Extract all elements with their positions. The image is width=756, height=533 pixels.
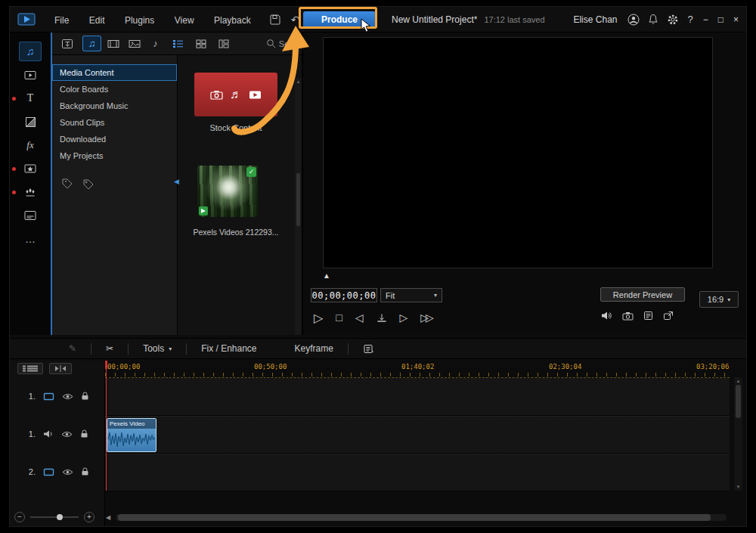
volume-speaker-icon[interactable]: [601, 311, 612, 321]
tag-icon[interactable]: [82, 178, 94, 190]
category-my-projects[interactable]: My Projects: [52, 147, 177, 164]
aspect-ratio-dropdown[interactable]: 16:9 ▾: [699, 291, 739, 308]
maximize-button[interactable]: □: [718, 14, 723, 25]
category-color-boards[interactable]: Color Boards: [52, 81, 177, 98]
undock-window-icon[interactable]: [663, 311, 674, 321]
render-preview-button[interactable]: Render Preview: [600, 287, 685, 302]
overlay-room-button[interactable]: [19, 159, 42, 178]
track-manager-button[interactable]: [17, 363, 43, 374]
subtitle-room-button[interactable]: [19, 206, 42, 225]
pip-object-icon: [24, 163, 36, 174]
effect-room-button[interactable]: fx: [19, 135, 42, 155]
scroll-up-icon[interactable]: ▲: [736, 379, 741, 383]
next-frame-button[interactable]: ▷: [400, 311, 408, 324]
notifications-bell-icon[interactable]: [648, 14, 658, 25]
track-manager-icon: [23, 365, 38, 372]
scrollbar-thumb[interactable]: [296, 173, 300, 226]
track-header-column: 1. 1. 2.: [10, 361, 105, 526]
menu-view[interactable]: View: [166, 15, 203, 26]
add-tag-icon[interactable]: [61, 178, 74, 190]
preview-quality-icon[interactable]: [643, 311, 653, 321]
draw-tool-button[interactable]: ✎: [69, 343, 76, 354]
timecode-display[interactable]: 00;00;00;00: [311, 288, 377, 302]
playhead[interactable]: [106, 361, 107, 491]
help-icon[interactable]: ?: [687, 14, 692, 25]
scrollbar-thumb[interactable]: [118, 514, 711, 521]
lock-icon[interactable]: [81, 392, 89, 401]
clip-attributes-button[interactable]: [363, 344, 373, 354]
subtitle-icon: [24, 210, 36, 221]
zoom-slider[interactable]: [30, 516, 79, 518]
previous-frame-button[interactable]: ◁: [355, 311, 364, 324]
eye-icon[interactable]: [61, 431, 73, 438]
snapshot-camera-icon[interactable]: [622, 311, 634, 321]
fit-dropdown[interactable]: Fit ▾: [380, 288, 442, 302]
seek-bar[interactable]: ▲: [323, 271, 713, 282]
category-sound-clips[interactable]: Sound Clips: [52, 114, 177, 131]
timeline-toolbar: ✎ ✂ Tools ▾ Fix / Enhance Keyframe: [10, 338, 746, 359]
tools-dropdown[interactable]: Tools ▾: [143, 343, 172, 354]
track-2-video-lane[interactable]: [105, 454, 730, 491]
close-button[interactable]: ×: [733, 14, 739, 25]
lock-icon[interactable]: [81, 467, 89, 476]
notification-dot: [12, 191, 16, 194]
eye-icon[interactable]: [62, 393, 73, 400]
library-menu-button[interactable]: [169, 36, 187, 51]
scroll-down-icon[interactable]: ▼: [736, 485, 741, 489]
title-room-button[interactable]: T: [19, 88, 42, 108]
eye-icon[interactable]: [62, 469, 73, 476]
particle-room-button[interactable]: [19, 182, 42, 202]
minimize-button[interactable]: −: [703, 14, 708, 25]
filter-video-button[interactable]: [104, 36, 122, 51]
ruler-timestamp: 01;40;02: [401, 363, 434, 370]
filter-photo-button[interactable]: [125, 36, 144, 51]
split-clip-button[interactable]: ✂: [106, 343, 113, 354]
zoom-slider-knob[interactable]: [57, 514, 63, 520]
timeline-horizontal-scrollbar[interactable]: [116, 514, 727, 521]
menu-plugins[interactable]: Plugins: [116, 15, 163, 26]
stop-button[interactable]: □: [336, 311, 342, 324]
video-thumbnail[interactable]: ✓: [197, 166, 258, 217]
fix-enhance-button[interactable]: Fix / Enhance: [201, 343, 256, 354]
video-overlay-room-button[interactable]: [19, 65, 42, 85]
category-downloaded[interactable]: Downloaded: [52, 131, 177, 147]
play-button[interactable]: ▷: [314, 311, 323, 325]
grid-view-button[interactable]: [191, 36, 210, 51]
category-media-content[interactable]: Media Content: [52, 64, 177, 81]
media-room-button[interactable]: ♫: [19, 42, 42, 61]
notification-dot: [12, 97, 16, 101]
zoom-in-button[interactable]: +: [84, 512, 94, 522]
split-button[interactable]: [376, 313, 387, 323]
menu-file[interactable]: File: [46, 15, 77, 26]
title-t-icon: T: [27, 92, 34, 104]
keyframe-button[interactable]: Keyframe: [295, 343, 333, 354]
timeline-clip[interactable]: Pexels Video: [107, 418, 156, 452]
preview-video-area: [323, 37, 713, 268]
track-1-video-lane[interactable]: [105, 378, 730, 416]
tag-row: [52, 178, 177, 190]
settings-gear-icon[interactable]: [667, 14, 679, 26]
track-1-audio-lane[interactable]: Pexels Video: [105, 416, 730, 454]
timeline-vertical-scrollbar[interactable]: ▲ ▼: [734, 377, 742, 491]
zoom-out-button[interactable]: −: [14, 512, 25, 522]
collapse-panel-button[interactable]: ◀: [174, 178, 179, 185]
powerdirector-window: File Edit Plugins View Playback ↶ ↷ Prod…: [9, 6, 747, 527]
timeline-ruler[interactable]: 00;00;00 00;50;00 01;40;02 02;30;04 03;2…: [105, 361, 730, 377]
snap-toggle-button[interactable]: [49, 363, 72, 374]
more-rooms-button[interactable]: …: [19, 229, 42, 249]
fast-forward-button[interactable]: ▷▷: [420, 311, 435, 324]
transition-room-button[interactable]: [19, 112, 42, 132]
scrollbar-thumb[interactable]: [736, 385, 741, 418]
avatar-icon[interactable]: [627, 14, 640, 26]
audio-track-icon: [43, 429, 54, 438]
filter-all-media-button[interactable]: ♫: [82, 36, 101, 51]
filter-audio-button[interactable]: ♪: [146, 36, 165, 51]
scroll-left-button[interactable]: ◀: [106, 514, 110, 521]
mouse-cursor: [361, 18, 372, 34]
lock-icon[interactable]: [80, 429, 88, 438]
track-1-audio-header: 1.: [10, 415, 105, 453]
category-background-music[interactable]: Background Music: [52, 98, 177, 114]
import-media-button[interactable]: [57, 36, 76, 51]
menu-edit[interactable]: Edit: [81, 15, 113, 26]
seek-marker[interactable]: ▲: [323, 271, 330, 280]
